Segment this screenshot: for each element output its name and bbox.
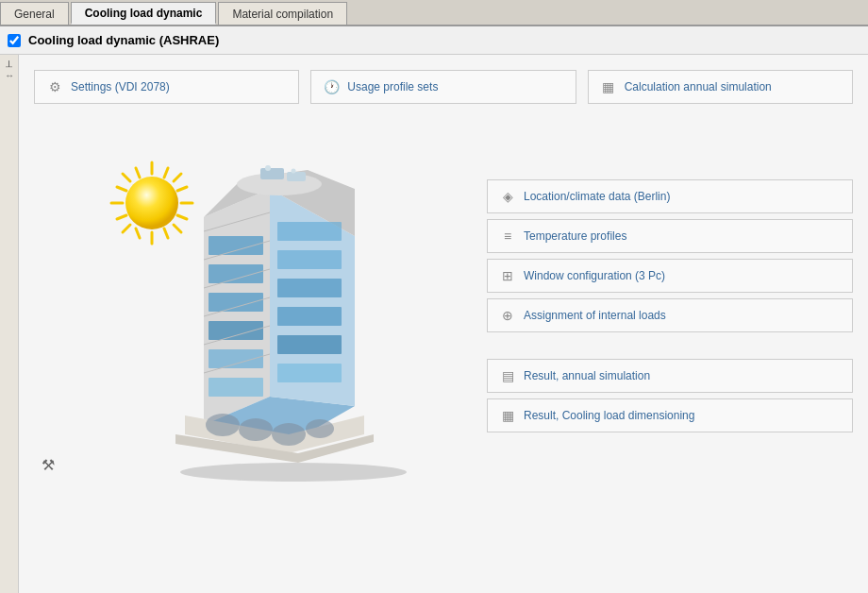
assignment-button[interactable]: Assignment of internal loads bbox=[487, 298, 853, 332]
thermo-icon bbox=[499, 228, 516, 245]
svg-point-50 bbox=[292, 169, 296, 174]
svg-point-45 bbox=[306, 419, 334, 438]
svg-point-17 bbox=[180, 463, 407, 482]
tab-material[interactable]: Material compilation bbox=[218, 2, 347, 25]
right-panel: Location/climate data (Berlin) Temperatu… bbox=[487, 123, 853, 482]
svg-rect-47 bbox=[260, 168, 284, 179]
svg-line-7 bbox=[123, 225, 130, 232]
svg-rect-36 bbox=[277, 250, 342, 269]
location-icon bbox=[499, 188, 516, 205]
grid-icon bbox=[600, 78, 617, 95]
svg-rect-37 bbox=[277, 279, 342, 297]
building-illustration: ⚒ bbox=[34, 123, 487, 482]
bottom-tool-icon[interactable]: ⚒ bbox=[42, 456, 55, 474]
svg-point-44 bbox=[272, 423, 306, 446]
svg-rect-35 bbox=[277, 222, 342, 241]
main-content: Settings (VDI 2078) Usage profile sets C… bbox=[19, 55, 868, 593]
svg-rect-40 bbox=[277, 364, 342, 382]
side-icon-1[interactable]: ⊢ bbox=[4, 59, 14, 68]
svg-line-4 bbox=[123, 174, 130, 181]
svg-point-42 bbox=[206, 414, 240, 436]
svg-line-8 bbox=[117, 187, 126, 191]
side-toolbar: ⊢ ↕ bbox=[0, 55, 19, 593]
svg-line-11 bbox=[136, 229, 140, 238]
assign-icon bbox=[499, 307, 516, 324]
svg-rect-28 bbox=[209, 378, 263, 397]
tab-bar: General Cooling load dynamic Material co… bbox=[0, 0, 868, 26]
usage-button[interactable]: Usage profile sets bbox=[310, 70, 576, 104]
side-icon-2[interactable]: ↕ bbox=[4, 74, 14, 78]
result2-icon bbox=[499, 407, 516, 424]
result2-button[interactable]: Result, Cooling load dimensioning bbox=[487, 398, 853, 432]
temperature-button[interactable]: Temperature profiles bbox=[487, 219, 853, 253]
title-bar: Cooling load dynamic (ASHRAE) bbox=[0, 26, 868, 55]
active-checkbox[interactable] bbox=[8, 34, 21, 47]
svg-point-49 bbox=[265, 165, 271, 171]
svg-line-15 bbox=[136, 168, 140, 178]
building-svg bbox=[147, 161, 430, 482]
svg-rect-48 bbox=[287, 172, 306, 181]
svg-point-43 bbox=[239, 418, 273, 441]
svg-rect-39 bbox=[277, 335, 342, 354]
page-title: Cooling load dynamic (ASHRAE) bbox=[28, 33, 219, 47]
middle-section: ⚒ Location/climate data (Berlin) Tempera… bbox=[34, 123, 853, 482]
svg-rect-38 bbox=[277, 307, 342, 326]
calculation-button[interactable]: Calculation annual simulation bbox=[588, 70, 853, 104]
clock-icon bbox=[323, 78, 340, 95]
settings-button[interactable]: Settings (VDI 2078) bbox=[34, 70, 299, 104]
tab-general[interactable]: General bbox=[0, 2, 69, 25]
spacer bbox=[487, 338, 853, 353]
gear-icon bbox=[46, 78, 63, 95]
location-button[interactable]: Location/climate data (Berlin) bbox=[487, 179, 853, 213]
result1-icon bbox=[499, 367, 516, 384]
svg-line-12 bbox=[117, 215, 126, 219]
window-icon bbox=[499, 267, 516, 284]
top-buttons-row: Settings (VDI 2078) Usage profile sets C… bbox=[34, 70, 853, 104]
tab-cooling[interactable]: Cooling load dynamic bbox=[71, 2, 217, 25]
result1-button[interactable]: Result, annual simulation bbox=[487, 359, 853, 393]
window-button[interactable]: Window configuration (3 Pc) bbox=[487, 259, 853, 293]
